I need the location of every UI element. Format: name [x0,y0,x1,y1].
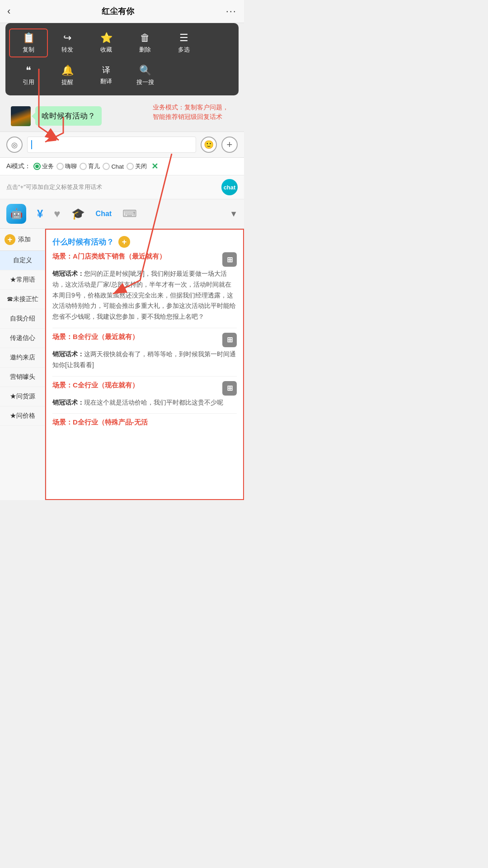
sidebar-item-custom[interactable]: 自定义 [0,251,45,270]
ai-mode-close[interactable]: ✕ [151,161,158,171]
ai-mode-chat[interactable]: 嗨聊 [56,162,77,170]
ai-mode-bar: Ai模式： 业务 嗨聊 育儿 Chat 关闭 ✕ [0,158,244,175]
emoji-icon: 🙂 [204,140,214,150]
scenario-b-sales-intro: 销冠话术： [52,350,84,358]
context-menu-forward[interactable]: ↪ 转发 [48,28,87,57]
ai-mode-off[interactable]: 关闭 [127,162,147,170]
expand-tool[interactable]: ▼ [230,209,238,219]
copy-c-button[interactable]: ⊞ [222,381,237,396]
scenario-a: 场景：A门店类线下销售（最近就有） ⊞ 销冠话术：您问的正是时候[呲牙]，我们刚… [52,252,237,322]
more-button[interactable]: ··· [226,5,237,17]
context-menu-copy[interactable]: 📋 复制 [9,28,48,57]
copy-b-button[interactable]: ⊞ [222,333,237,347]
copy-a-button[interactable]: ⊞ [222,252,237,267]
context-menu-quote[interactable]: ❝ 引用 [9,61,48,90]
sidebar-item-marketing[interactable]: 营销噱头 [0,368,45,387]
graduation-icon: 🎓 [71,208,85,220]
radio-business-label: 业务 [42,162,54,170]
context-menu-favorite[interactable]: ⭐ 收藏 [87,28,126,57]
sidebar-item-intro[interactable]: 自我介绍 [0,309,45,329]
robot-icon: 🤖 [10,208,23,220]
sidebar-item-common[interactable]: ★常用语 [0,270,45,290]
sidebar-marketing-label: 营销噱头 [10,373,35,380]
ai-mode-business[interactable]: 业务 [33,162,54,170]
scenario-a-sales: 销冠话术：您问的正是时候[呲牙]，我们刚好最近要做一场大活动，这次活动是厂家/总… [52,269,237,322]
sidebar-item-busy[interactable]: ☎未接正忙 [0,290,45,309]
quote-label: 引用 [23,78,34,86]
back-button[interactable]: ‹ [7,5,10,17]
scenario-c-sales-text: 现在这个就是活动价哈，我们平时都比这贵不少呢 [84,399,223,406]
translate-label: 翻译 [100,77,112,85]
sidebar-item-invite[interactable]: 邀约来店 [0,348,45,368]
ai-mode-parenting[interactable]: 育儿 [80,162,100,170]
scenario-b-sales: 销冠话术：这两天很快就会有了，稍等等哈，到时候我第一时间通知你[让我看看] [52,349,237,371]
context-menu-multiselect[interactable]: ☰ 多选 [164,28,203,57]
radio-parenting [80,163,87,170]
sidebar-source-label: ★问货源 [10,392,35,400]
question-title: 什么时候有活动？ [52,237,114,247]
yuan-tool[interactable]: ¥ [37,208,43,220]
context-menu-remind[interactable]: 🔔 提醒 [48,61,87,90]
add-label: 添加 [18,236,31,244]
scenario-d-text: 场景：D全行业（特殊产品-无活 [52,418,148,427]
plus-button[interactable]: + [221,137,238,153]
scenario-c-label: 场景：C全行业（现在就有） ⊞ [52,381,237,396]
page-title: 红尘有你 [102,6,134,17]
radio-chat [56,163,64,170]
quote-icon: ❝ [26,65,31,76]
copy-a-icon: ⊞ [227,255,233,264]
scenario-b-label: 场景：B全行业（最近就有） ⊞ [52,333,237,347]
scenario-c-sales-intro: 销冠话术： [52,399,84,406]
sidebar-busy-label: ☎未接正忙 [7,295,38,302]
ai-mode-chatgpt[interactable]: Chat [103,163,123,170]
heart-icon: ♥ [54,208,60,220]
copy-c-icon: ⊞ [227,384,233,392]
graduation-tool[interactable]: 🎓 [71,208,85,220]
scenario-b: 场景：B全行业（最近就有） ⊞ 销冠话术：这两天很快就会有了，稍等等哈，到时候我… [52,333,237,371]
voice-icon: ◎ [11,141,18,149]
context-menu-delete[interactable]: 🗑 删除 [126,28,164,57]
scenario-c-text: 场景：C全行业（现在就有） [52,381,139,390]
translate-icon: 译 [102,65,110,75]
copy-label: 复制 [23,46,34,54]
sidebar-custom-label: 自定义 [13,256,32,264]
annotation-text: 业务模式：复制客户问题，智能推荐销冠级回复话术 [153,103,239,122]
radio-off-label: 关闭 [135,162,147,170]
sidebar-item-source[interactable]: ★问货源 [0,387,45,406]
sidebar-confidence-label: 传递信心 [10,334,35,341]
header: ‹ 红尘有你 ··· [0,0,244,23]
remind-label: 提醒 [61,78,73,86]
delete-label: 删除 [139,46,151,54]
heart-tool[interactable]: ♥ [54,208,60,220]
copy-b-icon: ⊞ [227,335,233,344]
chat-text-tool[interactable]: Chat [96,210,112,218]
emoji-button[interactable]: 🙂 [201,137,217,153]
robot-tool[interactable]: 🤖 [6,204,26,224]
text-input-container[interactable] [27,137,196,153]
tag-bar: 点击"+"可添加自定义标签及常用话术 chat [0,175,244,199]
add-button[interactable]: + 添加 [0,229,45,251]
chat-text-icon: Chat [96,210,112,218]
favorite-icon: ⭐ [100,32,113,44]
question-add-button[interactable]: + [118,236,130,248]
avatar [11,106,31,126]
keyboard-tool[interactable]: ⌨ [122,208,137,220]
scenario-c: 场景：C全行业（现在就有） ⊞ 销冠话术：现在这个就是活动价哈，我们平时都比这贵… [52,381,237,408]
voice-button[interactable]: ◎ [6,137,23,153]
multiselect-icon: ☰ [179,32,188,44]
keyboard-icon: ⌨ [122,208,137,220]
plus-icon: + [227,139,233,151]
radio-chatgpt-label: Chat [111,163,123,170]
context-menu-translate[interactable]: 译 翻译 [87,61,126,90]
forward-label: 转发 [61,46,73,54]
divider-1 [52,328,237,328]
chat-bubble: 啥时候有活动？ [35,106,102,126]
input-bar: ◎ 🙂 + [0,132,244,158]
context-menu-search[interactable]: 🔍 搜一搜 [126,61,164,90]
divider-2 [52,376,237,377]
sidebar-item-price[interactable]: ★问价格 [0,406,45,426]
sidebar-item-confidence[interactable]: 传递信心 [0,329,45,348]
remind-icon: 🔔 [61,65,74,76]
favorite-label: 收藏 [100,46,112,54]
chat-ai-icon[interactable]: chat [221,179,238,195]
